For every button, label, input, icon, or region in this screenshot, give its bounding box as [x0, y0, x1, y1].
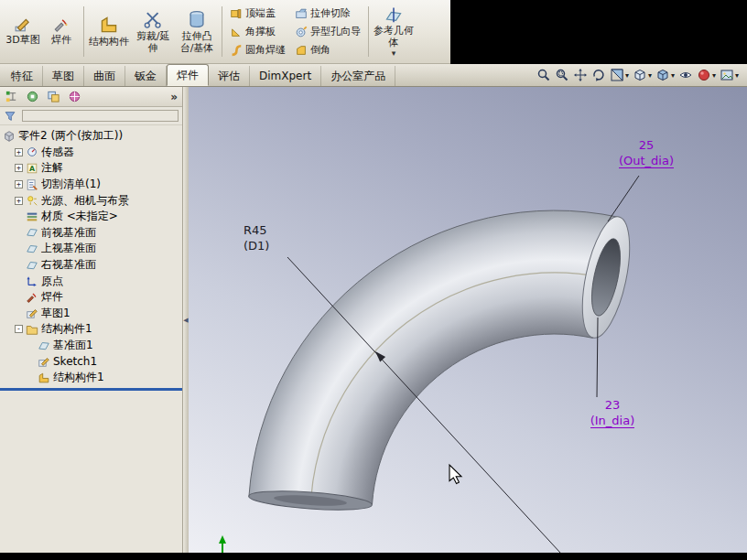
weldment-ribbon-icon: [53, 16, 70, 33]
ribbon-separator: [368, 6, 369, 57]
chamfer-button[interactable]: 倒角: [292, 42, 363, 58]
extruded-cut-button[interactable]: 拉伸切除: [292, 5, 363, 21]
extruded-cut-icon: [295, 7, 308, 20]
zoom-to-fit-button[interactable]: [536, 67, 552, 83]
tab-weldments[interactable]: 焊件: [167, 64, 209, 86]
mouse-cursor: [449, 465, 461, 484]
pan-button[interactable]: [572, 67, 589, 83]
radius-dim-ref: (D1): [244, 239, 269, 254]
fillet-bead-icon: [230, 44, 243, 57]
tab-dimxpert[interactable]: DimXpert: [250, 66, 321, 86]
filter-input[interactable]: [22, 110, 179, 122]
configurationmanager-tab[interactable]: [47, 90, 60, 103]
panel-splitter[interactable]: ◀: [182, 87, 189, 553]
tree-item-structural-member1[interactable]: -结构构件1: [0, 321, 182, 338]
tree-item-sketch1-sub[interactable]: Sketch1: [0, 353, 182, 370]
reference-geometry-icon: [384, 5, 403, 24]
tree-item-weldment[interactable]: 焊件: [0, 289, 182, 306]
tree-item-material-label: 材质 <未指定>: [41, 209, 118, 224]
expand-toggle[interactable]: -: [15, 325, 23, 333]
end-cap-button[interactable]: 顶端盖: [227, 5, 288, 21]
sensors-icon: [26, 145, 38, 158]
hide-show-items-button[interactable]: [677, 67, 694, 83]
structural-member-icon: [99, 15, 119, 35]
reference-geometry-button[interactable]: 参考几何体▾: [372, 3, 416, 59]
apply-scene-button[interactable]: ▾: [719, 67, 740, 83]
tab-evaluate[interactable]: 评估: [209, 66, 250, 86]
expand-toggle[interactable]: +: [15, 164, 23, 172]
panel-overflow-chevron[interactable]: »: [170, 91, 178, 103]
pipe-model[interactable]: [248, 210, 639, 513]
tree-item-cut-list-label: 切割清单(1): [41, 177, 101, 192]
view-orientation-button[interactable]: ▾: [632, 67, 653, 83]
expand-toggle[interactable]: +: [15, 180, 23, 188]
tree-item-right-plane-label: 右视基准面: [41, 257, 96, 273]
propertymanager-tab[interactable]: [26, 90, 39, 103]
trim-extend-button[interactable]: 剪裁/延伸: [131, 6, 175, 57]
tree-filter-bar[interactable]: [0, 107, 182, 125]
extruded-boss-base-button[interactable]: 拉伸凸台/基体: [175, 6, 219, 57]
tree-item-right-plane[interactable]: 右视基准面: [0, 257, 182, 274]
tree-item-annotations-label: 注解: [41, 160, 63, 176]
3d-sketch-button-label: 3D草图: [5, 35, 39, 47]
tab-surfaces[interactable]: 曲面: [84, 66, 125, 86]
tree-item-material[interactable]: 材质 <未指定>: [0, 209, 182, 225]
sketch-icon: [38, 355, 50, 368]
tree-item-origin[interactable]: 原点: [0, 273, 182, 289]
display-style-button[interactable]: ▾: [655, 67, 676, 83]
part-icon: [3, 130, 16, 143]
tree-item-lights-cameras[interactable]: +光源、相机与布景: [0, 192, 182, 209]
dropdown-arrow-icon: ▾: [671, 71, 675, 80]
tree-item-cut-list[interactable]: +切割清单(1): [0, 177, 182, 193]
tree-item-part-root[interactable]: 零件2 (两个(按加工)): [0, 128, 182, 145]
tab-sketch[interactable]: 草图: [43, 66, 84, 86]
command-manager-tabs: 特征草图曲面钣金焊件评估DimXpert办公室产品: [0, 64, 395, 86]
dropdown-arrow-icon: ▾: [625, 71, 629, 80]
hole-wizard-button[interactable]: 异型孔向导: [292, 24, 363, 39]
ribbon-group-sketch: 3D草图焊件: [4, 2, 81, 61]
tree-item-sketch1[interactable]: 草图1: [0, 306, 182, 322]
tree-item-plane1[interactable]: 基准面1: [0, 338, 182, 354]
zoom-to-area-button[interactable]: [554, 67, 570, 83]
radius-dimension-label[interactable]: R45 (D1): [244, 223, 269, 254]
dropdown-arrow-icon: ▾: [735, 71, 739, 80]
inner-dia-value: 23: [568, 398, 656, 414]
tree-item-top-plane[interactable]: 上视基准面: [0, 241, 182, 257]
sketch-icon: [26, 307, 38, 319]
displaymanager-tab[interactable]: [68, 90, 81, 103]
3d-sketch-button[interactable]: 3D草图: [4, 14, 42, 49]
origin-icon: [26, 275, 38, 287]
graphics-area[interactable]: R45 (D1) 25 (Out_dia) 23 (In_dia): [189, 87, 747, 553]
outer-dia-ref: (Out_dia): [619, 154, 674, 168]
edit-appearance-button[interactable]: ▾: [696, 67, 717, 83]
tree-item-structural-member1-sub[interactable]: 结构构件1: [0, 370, 182, 386]
folder-structural-icon: [26, 323, 38, 336]
tab-sheet-metal[interactable]: 钣金: [125, 66, 167, 86]
fillet-bead-button[interactable]: 圆角焊缝: [227, 42, 288, 58]
inner-diameter-dimension-label[interactable]: 23 (In_dia): [568, 398, 656, 429]
hole-wizard-button-label: 异型孔向导: [310, 25, 361, 38]
dropdown-arrow-icon: ▾: [648, 71, 652, 80]
tree-item-plane1-label: 基准面1: [53, 338, 93, 353]
radius-dim-value: R45: [244, 223, 269, 239]
tree-item-front-plane[interactable]: 前视基准面: [0, 225, 182, 242]
tree-item-top-plane-label: 上视基准面: [41, 241, 96, 256]
rotate-view-button[interactable]: [590, 67, 607, 83]
chamfer-icon: [295, 44, 308, 57]
outer-diameter-dimension-label[interactable]: 25 (Out_dia): [602, 138, 690, 169]
tree-item-sensors[interactable]: +传感器: [0, 145, 182, 161]
heads-up-view-toolbar: ▾▾▾▾▾: [536, 64, 747, 86]
featuremanager-tree-tab[interactable]: [5, 90, 18, 103]
end-cap-button-label: 顶端盖: [245, 6, 276, 20]
expand-toggle[interactable]: +: [15, 148, 23, 156]
tree-item-part-root-label: 零件2 (两个(按加工)): [18, 128, 123, 144]
structural-member-button[interactable]: 结构构件: [87, 12, 131, 51]
section-view-button[interactable]: ▾: [609, 67, 630, 83]
gusset-button[interactable]: 角撑板: [227, 24, 288, 39]
tab-office-products[interactable]: 办公室产品: [321, 66, 395, 86]
tree-item-annotations[interactable]: +A注解: [0, 160, 182, 177]
tab-features[interactable]: 特征: [2, 66, 43, 86]
expand-toggle[interactable]: +: [15, 197, 23, 205]
weldment-button[interactable]: 焊件: [42, 14, 81, 49]
outer-dia-leader[interactable]: [608, 176, 639, 221]
